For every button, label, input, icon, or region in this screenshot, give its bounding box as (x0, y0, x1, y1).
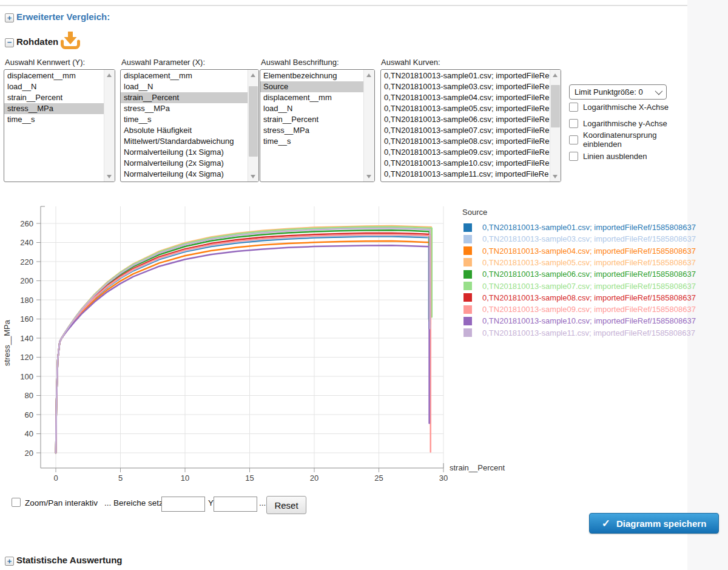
list-option[interactable]: strain__Percent (4, 92, 104, 103)
list-option[interactable]: displacement__mm (121, 70, 248, 81)
list-option[interactable]: 0,TN201810013-sample08.csv; importedFile… (381, 136, 550, 147)
scrollbar[interactable] (104, 70, 115, 182)
list-option[interactable]: Normalverteilung (2x Sigma) (121, 158, 248, 169)
legend-swatch (463, 270, 472, 279)
list-option[interactable]: Absolute Häufigkeit (121, 125, 248, 136)
list-option[interactable]: 0,TN201810013-sample10.csv; importedFile… (381, 158, 550, 169)
listbox-kurven[interactable]: 0,TN201810013-sample01.csv; importedFile… (380, 69, 561, 182)
legend-item[interactable]: 0,TN201810013-sample06.csv; importedFile… (463, 270, 696, 279)
listbox-kennwert-y[interactable]: displacement__mmload__Nstrain__Percentst… (4, 69, 115, 182)
legend-item[interactable]: 0,TN201810013-sample09.csv; importedFile… (463, 305, 696, 314)
range-x-input[interactable] (161, 497, 205, 512)
scroll-thumb[interactable] (551, 85, 560, 127)
selector-label-kurven: Auswahl Kurven: (381, 58, 440, 67)
scroll-down-icon[interactable] (104, 171, 115, 182)
collapse-icon[interactable] (5, 38, 14, 47)
list-option[interactable]: displacement__mm (260, 92, 364, 103)
line-chart: 2040608010012014016018020022024026005101… (0, 193, 687, 489)
scroll-up-icon[interactable] (364, 70, 374, 80)
list-option[interactable]: time__s (4, 114, 104, 125)
list-option[interactable]: load__N (121, 81, 248, 92)
legend-item[interactable]: 0,TN201810013-sample08.csv; importedFile… (463, 293, 696, 302)
option-checkbox-row: Linien ausblenden (569, 151, 647, 161)
expand-icon[interactable] (5, 557, 14, 566)
section-title-erweiterter-vergleich: Erweiterter Vergleich: (16, 12, 110, 22)
list-option[interactable]: 0,TN201810013-sample09.csv; importedFile… (381, 147, 550, 158)
legend-swatch (463, 258, 472, 266)
legend-item[interactable]: 0,TN201810013-sample03.csv; importedFile… (463, 234, 696, 243)
list-option[interactable]: 0,TN201810013-sample05.csv; importedFile… (381, 103, 550, 114)
scroll-down-icon[interactable] (550, 171, 561, 182)
scroll-up-icon[interactable] (248, 70, 258, 80)
svg-text:140: 140 (20, 334, 33, 343)
selector-label-beschriftung: Auswahl Beschriftung: (261, 58, 339, 67)
expand-icon[interactable] (5, 13, 14, 22)
reset-button[interactable]: Reset (266, 496, 306, 514)
list-option[interactable]: 0,TN201810013-sample01.csv; importedFile… (381, 70, 550, 81)
series-line (56, 230, 430, 453)
list-option[interactable]: Mittelwert/Standardabweichung (121, 136, 248, 147)
limit-punktgroesse-value: Limit Punktgröße: 0 (575, 87, 643, 97)
legend-item[interactable]: 0,TN201810013-sample05.csv; importedFile… (463, 258, 696, 267)
list-option[interactable]: 0,TN201810013-sample07.csv; importedFile… (381, 125, 550, 136)
scroll-thumb[interactable] (249, 86, 258, 157)
legend-item[interactable]: 0,TN201810013-sample11.csv; importedFile… (463, 328, 695, 338)
legend-swatch (463, 293, 472, 302)
legend-item[interactable]: 0,TN201810013-sample07.csv; importedFile… (463, 282, 696, 291)
list-option[interactable]: time__s (121, 114, 248, 125)
list-option[interactable]: 0,TN201810013-sample12.csv; importedFile… (381, 180, 550, 181)
legend-label: 0,TN201810013-sample06.csv; importedFile… (482, 270, 696, 279)
series-line (56, 227, 432, 453)
listbox-parameter-x[interactable]: displacement__mmload__Nstrain__Percentst… (120, 69, 259, 182)
svg-text:20: 20 (25, 449, 33, 458)
zoom-pan-checkbox[interactable] (12, 498, 21, 507)
list-option[interactable]: 0,TN201810013-sample11.csv; importedFile… (381, 169, 550, 180)
listbox-beschriftung[interactable]: ElementbezeichnungSourcedisplacement__mm… (260, 69, 375, 182)
list-option[interactable]: Source (260, 81, 364, 92)
scroll-down-icon[interactable] (364, 171, 374, 182)
list-option[interactable]: Normalverteilung (4x Sigma) (121, 169, 248, 180)
list-option[interactable]: 0,TN201810013-sample06.csv; importedFile… (381, 114, 550, 125)
chevron-down-icon (655, 87, 663, 95)
list-option[interactable]: Normalverteilung (0.5x Sigma) (121, 180, 248, 181)
x-axis-label: strain__Percent (450, 463, 505, 472)
list-option[interactable]: displacement__mm (4, 70, 104, 81)
download-icon[interactable] (60, 31, 81, 50)
range-y-input[interactable] (214, 497, 257, 512)
scroll-up-icon[interactable] (550, 70, 561, 80)
checkbox[interactable] (569, 119, 578, 128)
list-option[interactable]: stress__MPa (260, 125, 364, 136)
svg-text:0: 0 (53, 473, 58, 483)
scrollbar[interactable] (248, 70, 258, 182)
legend-label: 0,TN201810013-sample09.csv; importedFile… (482, 305, 696, 314)
list-option[interactable]: 0,TN201810013-sample04.csv; importedFile… (381, 92, 550, 103)
scrollbar[interactable] (550, 70, 561, 182)
legend-label: 0,TN201810013-sample05.csv; importedFile… (482, 258, 696, 267)
list-option[interactable]: 0,TN201810013-sample03.csv; importedFile… (381, 81, 550, 92)
svg-text:120: 120 (20, 353, 33, 362)
list-option[interactable]: Elementbezeichnung (260, 70, 364, 81)
list-option[interactable]: strain__Percent (260, 114, 364, 125)
save-diagram-button[interactable]: ✓ Diagramm speichern (589, 513, 719, 534)
checkbox-label: Linien ausblenden (583, 152, 647, 161)
checkbox[interactable] (569, 103, 578, 112)
checkbox[interactable] (569, 152, 578, 161)
limit-punktgroesse-dropdown[interactable]: Limit Punktgröße: 0 (569, 84, 667, 100)
list-option[interactable]: load__N (260, 103, 364, 114)
checkbox[interactable] (569, 135, 578, 144)
scroll-down-icon[interactable] (248, 171, 258, 182)
list-option[interactable]: time__s (260, 136, 364, 147)
list-option[interactable]: stress__MPa (121, 103, 248, 114)
y-axis-label: stress__MPa (2, 319, 12, 366)
legend-item[interactable]: 0,TN201810013-sample04.csv; importedFile… (463, 246, 696, 256)
legend-swatch (463, 223, 472, 232)
legend-item[interactable]: 0,TN201810013-sample10.csv; importedFile… (463, 316, 696, 325)
list-option[interactable]: Normalverteilung (1x Sigma) (121, 147, 248, 158)
legend-item[interactable]: 0,TN201810013-sample01.csv; importedFile… (463, 223, 696, 232)
scrollbar[interactable] (363, 70, 374, 182)
legend-swatch (463, 317, 472, 325)
list-option[interactable]: strain__Percent (121, 92, 248, 103)
list-option[interactable]: stress__MPa (4, 103, 104, 114)
scroll-up-icon[interactable] (104, 70, 115, 80)
list-option[interactable]: load__N (4, 81, 104, 92)
